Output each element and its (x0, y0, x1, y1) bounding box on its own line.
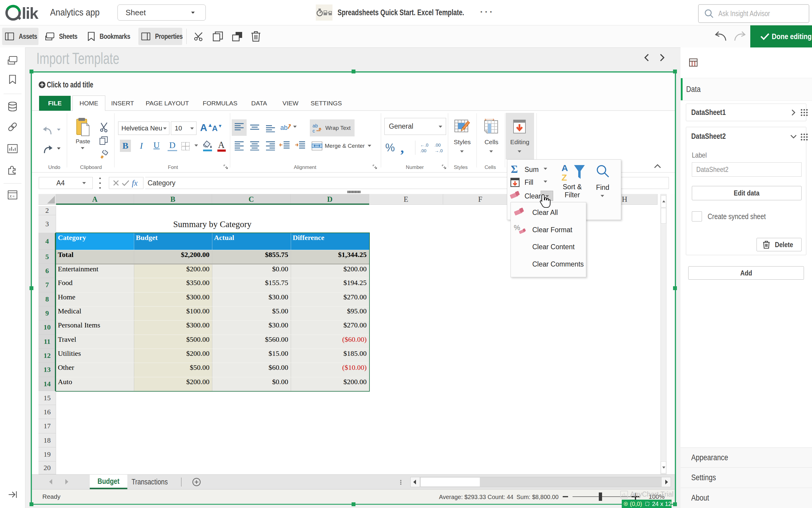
svg-text:$───$: $───$ (485, 119, 494, 121)
svg-text:ab: ab (280, 124, 287, 131)
svg-text:→.0: →.0 (434, 148, 443, 153)
svg-text:c: c (313, 128, 315, 133)
svg-text:%: % (514, 224, 520, 231)
svg-text:=: = (12, 194, 15, 199)
svg-text:.00: .00 (420, 148, 426, 153)
svg-text:A: A (562, 163, 568, 173)
svg-text:ab: ab (313, 123, 318, 128)
svg-text:x: x (9, 194, 12, 199)
svg-text:lik: lik (22, 4, 39, 21)
svg-text:Z: Z (562, 172, 567, 182)
svg-text:.00: .00 (434, 142, 441, 147)
svg-text:←.0: ←.0 (420, 142, 429, 147)
